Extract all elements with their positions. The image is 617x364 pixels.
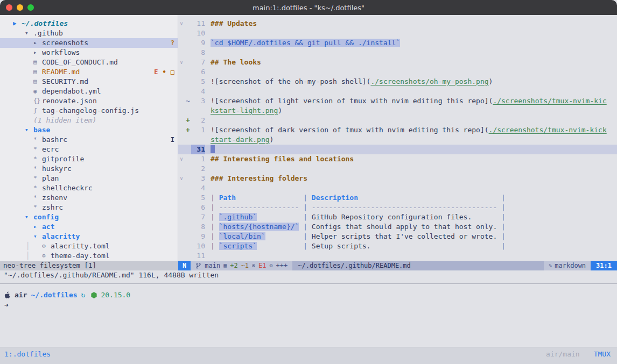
editor-line[interactable]: ∨ 7## The looks (178, 58, 617, 67)
tree-item-shellcheckrc[interactable]: *shellcheckrc (0, 183, 178, 193)
editor-line[interactable]: 7| `.github` | GitHub Repository configu… (178, 212, 617, 222)
tree-item-code-of-conduct.md[interactable]: ▤CODE_OF_CONDUCT.md (0, 58, 178, 67)
editor-line[interactable]: +1![screenshot of dark version of tmux w… (178, 125, 617, 135)
editor-line[interactable]: 6 (178, 67, 617, 77)
tree-item-zshrc[interactable]: *zshrc (0, 203, 178, 212)
editor-line[interactable]: 31 (178, 145, 617, 154)
line-number (191, 106, 205, 116)
tree-item-badges: I (171, 135, 178, 145)
fold-column (178, 222, 185, 232)
editor-line[interactable]: +2 (178, 116, 617, 125)
tree-item-ecrc[interactable]: *ecrc (0, 145, 178, 154)
editor-line[interactable]: 10| `scripts` | Setup scripts. | (178, 241, 617, 251)
line-number: 3 (191, 96, 205, 106)
tree-item-label: README.md (42, 67, 80, 77)
line-text-segment: ./screenshots/tmux-nvim-kick (489, 126, 607, 134)
line-text: ### Interesting folders (211, 174, 307, 183)
tree-item-alacritty.toml[interactable]: │⚙alacritty.toml (0, 241, 178, 251)
line-number: 7 (191, 212, 205, 222)
editor-line[interactable]: 9`cd $HOME/.dotfiles && git pull && ./in… (178, 38, 617, 48)
tree-item--.dotfiles[interactable]: ▶~/.dotfiles (0, 19, 178, 28)
markdown-file-icon: ▤ (33, 58, 42, 67)
minimize-button[interactable] (17, 4, 23, 11)
fold-marker-icon[interactable]: ∨ (178, 19, 185, 28)
tree-item-screenshots[interactable]: ▸screenshots? (0, 38, 178, 48)
tree-item-theme-day.toml[interactable]: │⚙theme-day.toml (0, 251, 178, 261)
tree-item-plan[interactable]: *plan (0, 174, 178, 183)
editor-line[interactable]: 9| `local/bin` | Helper scripts that I'v… (178, 232, 617, 241)
tree-item-label: huskyrc (42, 164, 72, 174)
prompt-cwd: ~/.dotfiles (31, 290, 77, 300)
line-text-segment: ### Interesting folders (211, 174, 307, 182)
shell-pane[interactable]: air ~/.dotfiles ↻ 20.15.0 ➜ (0, 284, 617, 347)
sign-column (185, 164, 191, 174)
editor-line[interactable]: ∨ 3### Interesting folders (178, 174, 617, 183)
git-unstaged-badge: □ (171, 67, 174, 77)
tree-item-readme.md[interactable]: ▤README.mdE•□ (0, 67, 178, 77)
editor-line[interactable]: 8 (178, 48, 617, 58)
fold-marker-icon[interactable]: ∨ (178, 174, 185, 183)
tree-item-label: tag-changelog-config.js (42, 106, 139, 116)
editor-line[interactable]: 8| `hosts/{hostname}/` | Configs that sh… (178, 222, 617, 232)
line-text-segment: | (370, 242, 505, 250)
close-button[interactable] (6, 4, 12, 11)
line-text-segment: `local/bin` (219, 232, 265, 240)
editor-line[interactable]: 4 (178, 183, 617, 193)
editor-line[interactable]: kstart-light.png) (178, 106, 617, 116)
editor-line[interactable]: 2 (178, 164, 617, 174)
line-number: 10 (191, 28, 205, 38)
tree-item-label: bashrc (42, 135, 67, 145)
line-number: 4 (191, 183, 205, 193)
editor-line[interactable]: 5| Path | Description | (178, 193, 617, 203)
editor-line[interactable]: ∨ 1## Interesting files and locations (178, 154, 617, 164)
tree-item-tag-changelog-config.js[interactable]: ʃtag-changelog-config.js (0, 106, 178, 116)
editor-line[interactable]: start-dark.png) (178, 135, 617, 145)
line-number: 3 (191, 174, 205, 183)
tree-item-config[interactable]: ▾config (0, 212, 178, 222)
sign-column (185, 28, 191, 38)
tree-item-renovate.json[interactable]: {}renovate.json (0, 96, 178, 106)
tree-item-label: theme-day.toml (51, 251, 110, 261)
tree-item-alacritty[interactable]: ▾alacritty (0, 232, 178, 241)
diff-added: +2 (230, 261, 237, 270)
tmux-window-label[interactable]: 1:.dotfiles (4, 350, 51, 358)
line-text-segment: Configs that should apply to that host o… (312, 223, 497, 231)
toml-file-icon: ⚙ (42, 251, 51, 261)
tree-item-workflows[interactable]: ▸workflows (0, 48, 178, 58)
tree-item-label: zshrc (42, 203, 63, 212)
editor-line[interactable]: 11 (178, 251, 617, 261)
tree-item-act[interactable]: ▸act (0, 222, 178, 232)
editor-line[interactable]: 4 (178, 87, 617, 96)
editor-line[interactable]: 10 (178, 28, 617, 38)
tree-item-zshenv[interactable]: *zshenv (0, 193, 178, 203)
line-number: 1 (191, 154, 205, 164)
fold-column (178, 125, 185, 135)
pencil-icon: ✎ (549, 261, 552, 270)
tree-item-gitprofile[interactable]: *gitprofile (0, 154, 178, 164)
tree-item-base[interactable]: ▾base (0, 125, 178, 135)
editor-line[interactable]: ∨ 11### Updates (178, 19, 617, 28)
editor-line[interactable]: 6| ------------------- | ---------------… (178, 203, 617, 212)
editor-line[interactable]: 5![screenshot of the oh-my-posh shell](.… (178, 77, 617, 87)
fold-marker-icon[interactable]: ∨ (178, 58, 185, 67)
editor-line[interactable]: ~3![screenshot of light version of tmux … (178, 96, 617, 106)
zoom-button[interactable] (27, 4, 34, 11)
window-title: main:1:.dotfiles - "ks~/.dotfiles" (253, 4, 364, 12)
tree-item-bashrc[interactable]: *bashrcI (0, 135, 178, 145)
tree-item-dependabot.yml[interactable]: ◉dependabot.yml (0, 87, 178, 96)
fold-marker-icon[interactable]: ∨ (178, 154, 185, 164)
tree-item-huskyrc[interactable]: *huskyrc (0, 164, 178, 174)
line-text-segment: ## The looks (211, 58, 261, 66)
line-text-segment: | (497, 232, 506, 240)
statusline-filename: ~/.dotfiles/.github/README.md (292, 261, 544, 270)
tree-item-label: config (33, 212, 59, 222)
tree-item-.github[interactable]: ▾.github (0, 28, 178, 38)
tree-item-security.md[interactable]: ▤SECURITY.md (0, 77, 178, 87)
prompt-arrow-icon: ➜ (4, 301, 9, 310)
terminal-window: main:1:.dotfiles - "ks~/.dotfiles" ▶~/.d… (0, 0, 617, 364)
line-text: ![screenshot of the oh-my-posh shell](./… (211, 77, 493, 87)
fold-column (178, 241, 185, 251)
statusline-extra: +++ (276, 261, 288, 270)
node-hexagon-icon (91, 292, 97, 298)
tree-item--1-hidden-item-[interactable]: (1 hidden item) (0, 116, 178, 125)
